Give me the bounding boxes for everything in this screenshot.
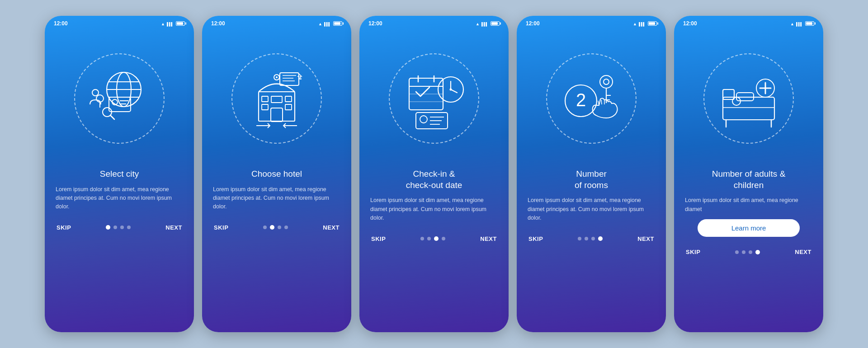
svg-rect-17 [285, 96, 292, 102]
content-area-5: Number of adults & children Lorem ipsum … [674, 164, 823, 245]
dots-5 [735, 250, 760, 254]
status-time-4: 12:00 [526, 20, 540, 27]
content-area-1: Select city Lorem ipsum dolor sit dim am… [45, 164, 194, 221]
signal-icon-4 [639, 21, 645, 26]
dot-5-0[interactable] [735, 250, 739, 254]
next-button-3[interactable]: NEXT [480, 235, 497, 242]
dot-3-2[interactable] [434, 236, 439, 241]
skip-button-5[interactable]: SKIP [686, 249, 700, 255]
svg-rect-15 [271, 108, 283, 122]
next-button-4[interactable]: NEXT [637, 235, 654, 242]
phone-screen-2: 12:00 [202, 16, 351, 332]
svg-rect-55 [723, 89, 734, 99]
dots-1 [106, 225, 131, 230]
svg-rect-20 [271, 96, 282, 103]
icon-circle-4: 2 [546, 53, 637, 144]
signal-icon-2 [324, 21, 330, 26]
battery-icon-2 [333, 21, 342, 26]
status-bar-5: 12:00 [674, 16, 823, 28]
icon-circle-1 [74, 53, 165, 144]
city-icon [85, 65, 153, 132]
dot-2-3[interactable] [284, 226, 288, 229]
wifi-icon-5 [790, 21, 794, 26]
dot-2-0[interactable] [263, 226, 267, 229]
skip-button-3[interactable]: SKIP [371, 235, 386, 242]
bottom-nav-4: SKIP NEXT [517, 232, 666, 250]
status-bar-1: 12:00 [45, 16, 194, 28]
next-button-1[interactable]: NEXT [165, 224, 182, 231]
svg-point-11 [92, 89, 99, 96]
screen-title-4: Number of rooms [528, 169, 655, 191]
skip-button-4[interactable]: SKIP [528, 235, 543, 242]
screen-title-2: Choose hotel [213, 169, 340, 180]
dots-3 [420, 236, 445, 241]
content-area-4: Number of rooms Lorem ipsum dolor sit di… [517, 164, 666, 232]
screen-body-2: Lorem ipsum dolor sit dim amet, mea regi… [213, 185, 340, 212]
icon-circle-5 [703, 53, 794, 144]
status-time-2: 12:00 [211, 20, 225, 27]
svg-line-51 [598, 101, 599, 105]
dot-5-2[interactable] [749, 250, 752, 254]
skip-button-2[interactable]: SKIP [214, 224, 228, 231]
signal-icon-5 [796, 21, 802, 26]
dot-4-1[interactable] [585, 237, 588, 240]
skip-button-1[interactable]: SKIP [57, 224, 71, 231]
dot-3-0[interactable] [420, 237, 424, 240]
next-button-2[interactable]: NEXT [323, 224, 340, 231]
bottom-nav-1: SKIP NEXT [45, 221, 194, 239]
battery-icon-1 [176, 21, 185, 26]
status-icons-5 [790, 21, 814, 26]
svg-text:2: 2 [576, 90, 586, 110]
wifi-icon-2 [318, 21, 322, 26]
learn-more-button[interactable]: Learn more [698, 219, 800, 237]
dots-4 [578, 236, 603, 241]
status-icons-4 [633, 21, 657, 26]
screen-title-1: Select city [56, 169, 183, 180]
signal-icon-1 [167, 21, 173, 26]
dot-1-1[interactable] [113, 226, 117, 229]
status-bar-4: 12:00 [517, 16, 666, 28]
dot-2-1[interactable] [270, 225, 274, 230]
signal-icon-3 [481, 21, 488, 26]
icon-circle-2 [231, 53, 322, 144]
content-area-3: Check-in & check-out date Lorem ipsum do… [359, 164, 509, 232]
svg-rect-16 [262, 96, 268, 102]
icon-area-5 [674, 28, 823, 164]
phone-screen-5: 12:00 [674, 16, 823, 332]
dot-4-3[interactable] [598, 236, 603, 241]
svg-rect-18 [262, 104, 268, 110]
dot-2-2[interactable] [278, 226, 281, 229]
dot-4-0[interactable] [578, 237, 581, 240]
content-area-2: Choose hotel Lorem ipsum dolor sit dim a… [202, 164, 351, 221]
svg-line-52 [601, 100, 602, 104]
svg-point-38 [450, 89, 452, 91]
calendar-icon [400, 65, 468, 132]
bottom-nav-2: SKIP NEXT [202, 221, 351, 239]
adults-icon [715, 65, 783, 132]
svg-point-47 [604, 79, 609, 85]
screens-container: 12:00 [45, 16, 823, 332]
phone-screen-3: 12:00 [359, 16, 509, 332]
hotel-icon [243, 65, 311, 132]
dot-1-0[interactable] [106, 225, 110, 230]
screen-body-4: Lorem ipsum dolor sit dim amet, mea regi… [528, 196, 655, 222]
wifi-icon-3 [476, 21, 480, 26]
status-time-1: 12:00 [54, 20, 68, 27]
next-button-5[interactable]: NEXT [795, 249, 811, 255]
dot-4-2[interactable] [591, 237, 595, 240]
screen-body-3: Lorem ipsum dolor sit dim amet, mea regi… [370, 196, 498, 222]
dot-1-2[interactable] [120, 226, 124, 229]
battery-icon-4 [648, 21, 657, 26]
dot-3-1[interactable] [427, 237, 431, 240]
dot-1-3[interactable] [127, 226, 131, 229]
icon-area-1 [45, 28, 194, 164]
svg-rect-25 [280, 73, 299, 85]
dot-5-1[interactable] [742, 250, 745, 254]
dot-5-3[interactable] [755, 250, 760, 254]
dot-3-3[interactable] [442, 237, 445, 240]
wifi-icon-4 [633, 21, 637, 26]
svg-point-46 [600, 75, 613, 88]
icon-area-2 [202, 28, 351, 164]
status-time-3: 12:00 [368, 20, 382, 27]
status-icons-2 [318, 21, 342, 26]
